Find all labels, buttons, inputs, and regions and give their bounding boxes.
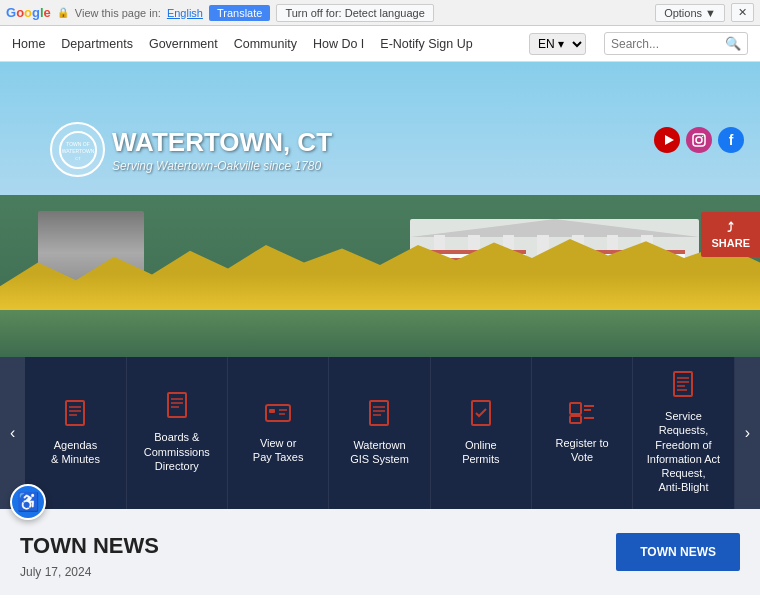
quick-link-service[interactable]: Service Requests,Freedom ofInformation A… — [633, 357, 734, 509]
quick-link-gis[interactable]: WatertownGIS System — [329, 357, 430, 509]
svg-rect-12 — [168, 393, 186, 417]
svg-rect-16 — [266, 405, 290, 421]
lang-dropdown[interactable]: EN ▾ ES FR — [529, 33, 586, 55]
share-icon: ⤴ — [711, 220, 750, 235]
options-button[interactable]: Options ▼ — [655, 4, 725, 22]
gis-label: WatertownGIS System — [350, 438, 409, 467]
lock-icon: 🔒 — [57, 7, 69, 18]
quick-link-permits[interactable]: OnlinePermits — [431, 357, 532, 509]
town-news-button[interactable]: TOWN NEWS — [616, 533, 740, 571]
nav-bar: Home Departments Government Community Ho… — [0, 26, 760, 62]
svg-rect-5 — [693, 134, 705, 146]
vote-icon — [569, 402, 595, 430]
nav-how-do-i[interactable]: How Do I — [313, 37, 364, 51]
svg-rect-20 — [370, 401, 388, 425]
facebook-icon[interactable]: f — [718, 127, 744, 153]
svg-point-6 — [696, 137, 702, 143]
google-logo: Google — [6, 5, 51, 20]
nav-government[interactable]: Government — [149, 37, 218, 51]
language-selector[interactable]: EN ▾ ES FR — [529, 33, 586, 55]
instagram-icon[interactable] — [686, 127, 712, 153]
service-label: Service Requests,Freedom ofInformation A… — [641, 409, 725, 495]
turnoff-button[interactable]: Turn off for: Detect language — [276, 4, 433, 22]
quick-link-agendas[interactable]: Agendas& Minutes — [25, 357, 126, 509]
town-seal: TOWN OF WATERTOWN CT — [50, 122, 105, 177]
svg-rect-17 — [269, 409, 275, 413]
agendas-label: Agendas& Minutes — [51, 438, 100, 467]
grass-base — [0, 310, 760, 357]
svg-point-7 — [702, 136, 704, 138]
search-area: 🔍 — [604, 32, 748, 55]
share-label: SHARE — [711, 237, 750, 249]
agendas-icon — [64, 400, 86, 432]
nav-links: Home Departments Government Community Ho… — [12, 37, 511, 51]
quick-link-taxes[interactable]: View orPay Taxes — [228, 357, 329, 509]
boards-label: Boards &CommissionsDirectory — [144, 430, 210, 473]
close-button[interactable]: ✕ — [731, 3, 754, 22]
hero-section: TOWN OF WATERTOWN CT WATERTOWN, CT Servi… — [0, 62, 760, 357]
hero-subtitle: Serving Watertown-Oakville since 1780 — [112, 159, 321, 173]
svg-text:TOWN OF: TOWN OF — [66, 141, 90, 147]
permits-icon — [470, 400, 492, 432]
accessibility-icon: ♿ — [17, 491, 39, 513]
quick-link-vote[interactable]: Register toVote — [532, 357, 633, 509]
svg-marker-4 — [665, 135, 674, 145]
taxes-icon — [265, 402, 291, 430]
search-icon[interactable]: 🔍 — [725, 36, 741, 51]
hero-background — [0, 62, 760, 357]
pavilion-roof — [410, 219, 699, 237]
town-news-section: TOWN NEWS July 17, 2024 TOWN NEWS — [0, 509, 760, 595]
youtube-icon[interactable] — [654, 127, 680, 153]
boards-icon — [166, 392, 188, 424]
accessibility-button[interactable]: ♿ — [10, 484, 46, 520]
share-button[interactable]: ⤴ SHARE — [701, 212, 760, 257]
permits-label: OnlinePermits — [462, 438, 499, 467]
language-link[interactable]: English — [167, 7, 203, 19]
gis-icon — [368, 400, 390, 432]
nav-community[interactable]: Community — [234, 37, 297, 51]
search-input[interactable] — [611, 37, 721, 51]
svg-rect-26 — [570, 416, 581, 423]
quick-link-boards[interactable]: Boards &CommissionsDirectory — [127, 357, 228, 509]
town-news-left: TOWN NEWS July 17, 2024 — [20, 533, 159, 579]
next-arrow[interactable]: › — [735, 357, 760, 509]
svg-rect-30 — [674, 372, 692, 396]
view-page-text: View this page in: — [75, 7, 161, 19]
nav-departments[interactable]: Departments — [61, 37, 133, 51]
svg-text:WATERTOWN: WATERTOWN — [61, 148, 94, 154]
nav-enotify[interactable]: E-Notify Sign Up — [380, 37, 472, 51]
town-news-heading: TOWN NEWS — [20, 533, 159, 559]
translate-button[interactable]: Translate — [209, 5, 270, 21]
quick-links-inner: Agendas& Minutes Boards &CommissionsDire… — [25, 357, 734, 509]
svg-rect-8 — [66, 401, 84, 425]
svg-text:CT: CT — [75, 156, 81, 161]
translate-bar: Google 🔒 View this page in: English Tran… — [0, 0, 760, 26]
nav-home[interactable]: Home — [12, 37, 45, 51]
service-icon — [672, 371, 694, 403]
vote-label: Register toVote — [556, 436, 609, 465]
hero-title: WATERTOWN, CT — [112, 127, 332, 158]
svg-rect-25 — [570, 403, 581, 414]
town-news-date: July 17, 2024 — [20, 565, 159, 579]
quick-links-bar: ‹ Agendas& Minutes Boards &CommissionsDi… — [0, 357, 760, 509]
social-icons: f — [654, 127, 744, 153]
taxes-label: View orPay Taxes — [253, 436, 304, 465]
